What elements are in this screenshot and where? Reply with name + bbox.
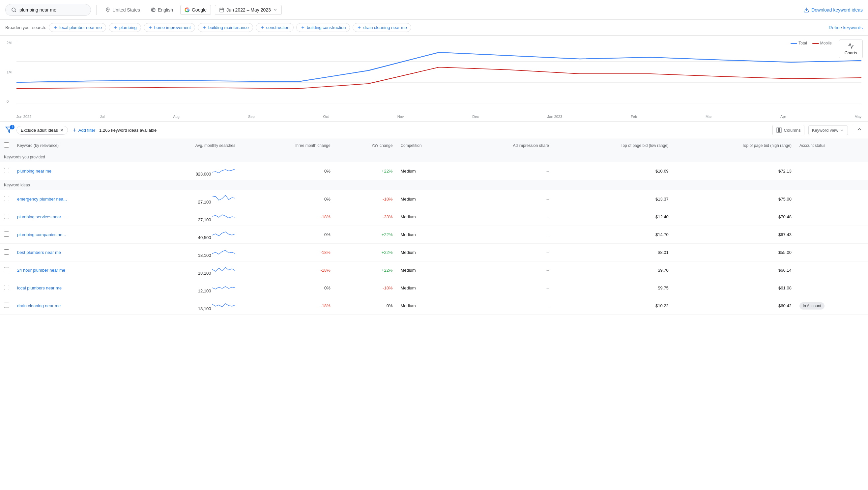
competition-cell: Medium <box>397 226 459 244</box>
location-selector[interactable]: United States <box>102 5 143 14</box>
th-avg-searches[interactable]: Avg. monthly searches <box>137 139 239 152</box>
table-header-row: Keyword (by relevance) Avg. monthly sear… <box>0 139 868 152</box>
exclude-adult-close[interactable]: ✕ <box>60 128 64 133</box>
location-label: United States <box>112 7 140 12</box>
ad-impression-cell: – <box>459 190 553 208</box>
row-checkbox[interactable] <box>0 261 13 279</box>
broaden-chip-building-maintenance[interactable]: building maintenance <box>198 23 253 32</box>
collapse-button[interactable] <box>856 126 863 134</box>
filter-icon-wrapper[interactable]: 1 <box>5 126 12 134</box>
language-icon <box>151 7 156 12</box>
exclude-adult-chip[interactable]: Exclude adult ideas ✕ <box>17 126 68 135</box>
low-bid-cell: $9.70 <box>553 261 673 279</box>
yoy-cell: +22% <box>335 261 397 279</box>
th-keyword[interactable]: Keyword (by relevance) <box>13 139 137 152</box>
keyword-link[interactable]: 24 hour plumber near me <box>17 268 65 273</box>
account-status-cell <box>796 208 868 226</box>
keyword-cell[interactable]: 24 hour plumber near me <box>13 261 137 279</box>
add-filter-button[interactable]: Add filter <box>72 127 95 133</box>
broaden-chip-construction[interactable]: construction <box>256 23 293 32</box>
th-yoy[interactable]: YoY change <box>335 139 397 152</box>
th-checkbox[interactable] <box>0 139 13 152</box>
broaden-chip-drain-cleaning[interactable]: drain cleaning near me <box>352 23 411 32</box>
plus-icon <box>148 25 153 30</box>
high-bid-cell: $70.48 <box>673 208 796 226</box>
yoy-cell: 0% <box>335 297 397 315</box>
competition-cell: Medium <box>397 279 459 297</box>
keyword-cell[interactable]: plumbing companies ne... <box>13 226 137 244</box>
keyword-cell[interactable]: plumbing services near ... <box>13 208 137 226</box>
svg-point-0 <box>12 8 16 11</box>
keyword-link[interactable]: local plumbers near me <box>17 286 62 290</box>
row-checkbox[interactable] <box>0 162 13 180</box>
mini-sparkline <box>212 211 235 221</box>
language-selector[interactable]: English <box>147 5 176 14</box>
line-chart-svg <box>17 41 861 103</box>
keyword-cell[interactable]: local plumbers near me <box>13 279 137 297</box>
ideas-section-header: Keyword ideas <box>0 180 868 190</box>
avg-searches-cell: 18,100 <box>137 244 239 261</box>
keyword-view-button[interactable]: Keyword view <box>808 126 848 135</box>
th-account-status[interactable]: Account status <box>796 139 868 152</box>
keyword-cell[interactable]: plumbing near me <box>13 162 137 180</box>
ideas-section-label: Keyword ideas <box>0 180 868 190</box>
keyword-link[interactable]: best plumbers near me <box>17 250 61 255</box>
x-label-feb: Feb <box>631 115 637 119</box>
broaden-chip-building-construction[interactable]: building construction <box>296 23 350 32</box>
table-row: drain cleaning near me 18,100 -18% 0% Me… <box>0 297 868 315</box>
mini-sparkline <box>212 300 235 310</box>
x-label-dec: Dec <box>472 115 479 119</box>
broaden-chip-home-improvement[interactable]: home improvement <box>144 23 195 32</box>
keyword-link[interactable]: plumbing near me <box>17 169 52 173</box>
competition-cell: Medium <box>397 162 459 180</box>
keyword-link[interactable]: plumbing services near ... <box>17 215 66 219</box>
date-range-selector[interactable]: Jun 2022 – May 2023 <box>215 5 282 15</box>
ideas-count: 1,265 keyword ideas available <box>99 128 157 133</box>
search-input[interactable] <box>20 7 85 12</box>
low-bid-cell: $10.22 <box>553 297 673 315</box>
keyword-link[interactable]: emergency plumber nea... <box>17 197 67 201</box>
mini-sparkline <box>212 265 235 275</box>
keyword-link[interactable]: plumbing companies ne... <box>17 232 66 237</box>
th-three-month[interactable]: Three month change <box>239 139 335 152</box>
chart-svg <box>17 41 861 113</box>
refine-keywords-button[interactable]: Refine keywords <box>829 25 863 30</box>
chevron-down-icon <box>273 7 277 12</box>
search-box[interactable] <box>5 4 91 16</box>
yoy-cell: +22% <box>335 226 397 244</box>
keyword-cell[interactable]: emergency plumber nea... <box>13 190 137 208</box>
keyword-link[interactable]: drain cleaning near me <box>17 303 61 308</box>
row-checkbox[interactable] <box>0 244 13 261</box>
row-checkbox[interactable] <box>0 279 13 297</box>
row-checkbox[interactable] <box>0 297 13 315</box>
platform-selector[interactable]: Google <box>180 5 211 15</box>
search-icon <box>11 7 17 13</box>
account-status-cell[interactable]: In Account <box>796 297 868 315</box>
keyword-cell[interactable]: drain cleaning near me <box>13 297 137 315</box>
th-ad-impression[interactable]: Ad impression share <box>459 139 553 152</box>
yoy-cell: -33% <box>335 208 397 226</box>
broaden-chip-plumbing[interactable]: plumbing <box>109 23 141 32</box>
low-bid-cell: $8.01 <box>553 244 673 261</box>
row-checkbox[interactable] <box>0 208 13 226</box>
download-button[interactable]: Download keyword ideas <box>803 7 863 13</box>
th-low-bid[interactable]: Top of page bid (low range) <box>553 139 673 152</box>
columns-button[interactable]: Columns <box>772 125 804 135</box>
ad-impression-cell: – <box>459 162 553 180</box>
th-high-bid[interactable]: Top of page bid (high range) <box>673 139 796 152</box>
in-account-badge[interactable]: In Account <box>800 302 825 309</box>
row-checkbox[interactable] <box>0 226 13 244</box>
row-checkbox[interactable] <box>0 190 13 208</box>
plus-icon <box>53 25 58 30</box>
th-competition[interactable]: Competition <box>397 139 459 152</box>
yoy-cell: +22% <box>335 244 397 261</box>
keyword-table-wrapper: Keyword (by relevance) Avg. monthly sear… <box>0 139 868 315</box>
keyword-view-label: Keyword view <box>812 128 838 133</box>
competition-cell: Medium <box>397 244 459 261</box>
broaden-chip-local-plumber[interactable]: local plumber near me <box>49 23 106 32</box>
select-all-checkbox[interactable] <box>4 142 9 148</box>
keyword-cell[interactable]: best plumbers near me <box>13 244 137 261</box>
chip-label: construction <box>266 25 289 30</box>
chart-area: Charts Total Mobile 2M 1M 0 <box>0 36 868 122</box>
date-range-label: Jun 2022 – May 2023 <box>226 7 271 12</box>
